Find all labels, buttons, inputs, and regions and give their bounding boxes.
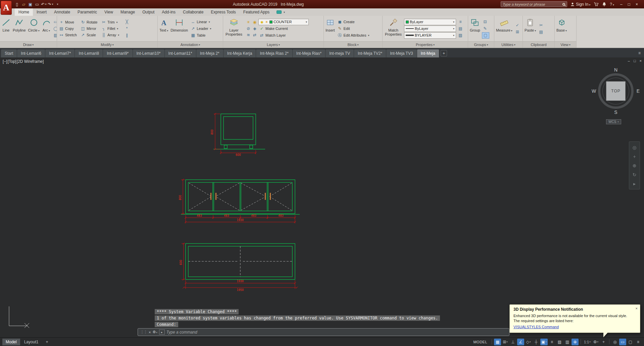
search-input[interactable] (503, 2, 561, 6)
annotation-monitor-icon[interactable]: + (600, 339, 607, 345)
viewcube-south-label[interactable]: S (614, 110, 617, 115)
layers-panel-label[interactable]: Layers (223, 41, 324, 48)
group-button[interactable]: Group (469, 16, 481, 41)
command-dock-grip-icon[interactable]: ⋮⋮ (140, 330, 147, 334)
quick-calculator-button[interactable]: ⊞ (514, 29, 521, 35)
viewport-visual-style-control[interactable]: [2D Wireframe] (17, 59, 44, 64)
command-customize-icon[interactable]: ⚙ (152, 330, 157, 334)
viewport-view-control[interactable]: [Top] (8, 59, 16, 64)
ribbon-tab-addins[interactable]: Add-ins (158, 8, 179, 16)
plot-icon[interactable]: ▭ (34, 1, 40, 7)
ribbon-tab-home[interactable]: Home (15, 8, 33, 16)
trim-button[interactable]: ✂Trim (100, 19, 122, 26)
explode-button[interactable]: * (123, 26, 130, 32)
transparency-toggle[interactable]: ▨ (556, 339, 563, 345)
lineweight-toggle[interactable]: ≡ (548, 339, 555, 345)
visualstyles-command-link[interactable]: VISUALSTYLES Command (513, 325, 559, 329)
model-tab[interactable]: Model (2, 339, 20, 345)
workspace-switching-icon[interactable]: ⚙ (592, 339, 599, 345)
rectangle-tool-button[interactable]: ▭ (52, 19, 57, 25)
viewcube-top-face[interactable]: TOP (606, 81, 626, 101)
close-window-icon[interactable]: × (636, 2, 638, 7)
file-tab[interactable]: Int-Meja 2* (196, 49, 223, 57)
quick-select-button[interactable]: ✓ (514, 22, 521, 29)
view-panel-label[interactable]: View (555, 41, 576, 48)
quick-properties-button[interactable]: ▤ (457, 26, 464, 32)
hatch-tool-button[interactable]: ▨ (52, 32, 57, 39)
match-properties-button[interactable]: Match Properties (384, 16, 403, 41)
layer-previous-button[interactable]: ⇄ (251, 32, 257, 38)
app-store-cart-icon[interactable] (594, 2, 599, 6)
layer-off-button[interactable]: ☀ (245, 19, 251, 26)
draw-panel-label[interactable]: Draw (0, 41, 57, 48)
annotation-scale-dropdown[interactable]: 1:1 (583, 339, 592, 345)
edit-block-button[interactable]: ✎Edit (337, 26, 370, 32)
edit-attributes-button[interactable]: ⒶEdit Attributes (337, 32, 370, 39)
group-selection-toggle[interactable]: ▢ (482, 32, 489, 39)
object-snap-tracking-toggle[interactable]: ┼ (533, 339, 540, 345)
grid-display-toggle[interactable]: ▦ (494, 339, 501, 345)
file-tab-overflow-menu-icon[interactable]: ≡ (638, 51, 641, 55)
navigation-wheel-icon[interactable]: ◎ (630, 143, 639, 152)
ortho-mode-toggle[interactable]: ⊥ (509, 339, 516, 345)
viewport-restore-icon[interactable]: □ (634, 59, 636, 63)
viewport-minimize-icon[interactable]: – (628, 59, 630, 63)
ribbon-tab-output[interactable]: Output (139, 8, 158, 16)
layer-combo[interactable]: ◉ ☀ COUNTER (258, 19, 309, 25)
dimension-button[interactable]: Dimension (170, 16, 189, 41)
properties-palette-button[interactable]: ≡ (457, 19, 464, 25)
block-panel-label[interactable]: Block (324, 41, 382, 48)
help-icon[interactable]: ? (610, 2, 614, 7)
insert-block-button[interactable]: Insert (325, 16, 336, 41)
rotate-button[interactable]: ↻Rotate (80, 19, 100, 26)
ribbon-tab-view[interactable]: View (101, 8, 117, 16)
table-button[interactable]: ▦Table (190, 32, 212, 39)
model-space-toggle[interactable]: MODEL (473, 340, 487, 344)
ribbon-tab-manage[interactable]: Manage (117, 8, 139, 16)
viewcube-west-label[interactable]: W (592, 88, 596, 94)
ungroup-button[interactable]: ⊟ (482, 19, 489, 25)
file-tab-start[interactable]: Start (1, 49, 17, 57)
modify-panel-label[interactable]: Modify (57, 41, 157, 48)
object-snap-toggle[interactable]: ▣ (540, 339, 548, 345)
selection-cycling-toggle[interactable]: ▥ (564, 339, 571, 345)
customization-icon[interactable]: ≡ (635, 339, 642, 345)
pan-icon[interactable]: + (630, 152, 639, 161)
mirror-button[interactable]: ◫Mirror (80, 26, 100, 32)
linetype-combo[interactable]: ByLayer (404, 26, 456, 32)
layer-lock-button[interactable]: ◈ (251, 26, 257, 32)
file-tab[interactable]: Int-Lemari9* (103, 49, 132, 57)
file-tab-active[interactable]: Int-Meja (417, 49, 439, 57)
ellipse-tool-button[interactable]: ◯ (52, 26, 57, 32)
ribbon-tab-express-tools[interactable]: Express Tools (207, 8, 239, 16)
ribbon-tab-insert[interactable]: Insert (33, 8, 50, 16)
viewcube[interactable]: N W E S TOP (592, 68, 639, 115)
fillet-button[interactable]: ╮Fillet (100, 26, 122, 32)
file-tab[interactable]: Int-Meja Kerja (224, 49, 256, 57)
help-search-box[interactable] (501, 1, 567, 7)
ribbon-tab-annotate[interactable]: Annotate (50, 8, 74, 16)
polar-tracking-toggle[interactable]: ∠ (517, 339, 524, 345)
ribbon-tab-parametric[interactable]: Parametric (74, 8, 101, 16)
zoom-icon[interactable]: ⊕ (630, 161, 639, 170)
transparency-button[interactable]: ▨ (457, 32, 464, 39)
drawing-area[interactable]: 800 600 800 483 483 483 483 1930 600 193… (0, 57, 644, 337)
graphics-performance-icon[interactable]: ▭ (619, 339, 626, 345)
properties-panel-label[interactable]: Properties (383, 41, 468, 48)
polyline-button[interactable]: Polyline (12, 16, 27, 41)
layer-freeze-button[interactable]: ⊘ (245, 26, 251, 32)
command-line-dock[interactable]: ⋮⋮ × ⚙ ▸ (138, 328, 509, 336)
viewport-close-icon[interactable]: × (640, 59, 642, 63)
new-file-icon[interactable]: ▯ (14, 1, 20, 7)
circle-button[interactable]: Circle (28, 16, 40, 41)
group-edit-button[interactable]: ✎ (482, 26, 489, 32)
ribbon-tab-featured-apps[interactable]: Featured Apps (240, 8, 273, 16)
dynamic-input-toggle[interactable]: ⊕ (572, 339, 579, 345)
stretch-button[interactable]: ↦Stretch (58, 32, 80, 38)
linear-dimension-button[interactable]: ↔Linear (190, 19, 212, 25)
command-close-icon[interactable]: × (149, 330, 151, 334)
file-tab[interactable]: Int-Meja TV3 (386, 49, 416, 57)
array-button[interactable]: ⣿Array (100, 32, 122, 38)
ribbon-display-toggle-icon[interactable] (277, 10, 282, 14)
lineweight-combo[interactable]: BYLAYER (404, 32, 456, 39)
